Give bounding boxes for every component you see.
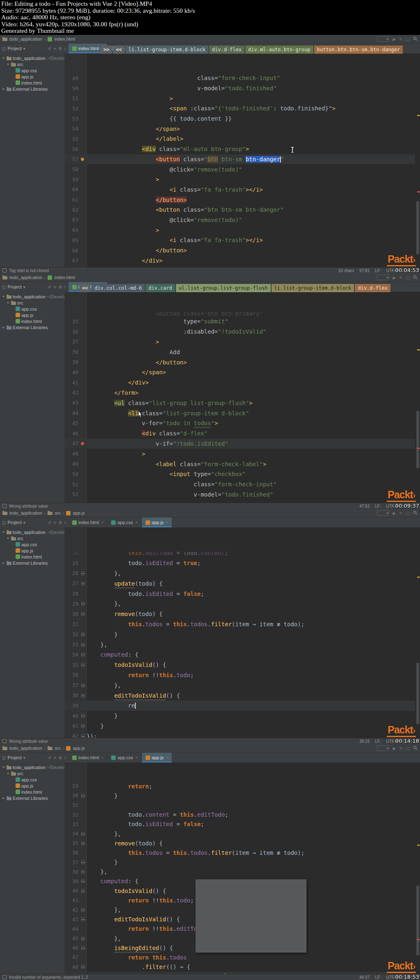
sidebar-item-src[interactable]: ▾src	[0, 61, 64, 67]
breadcrumb-item-src[interactable]: src	[55, 511, 61, 515]
sidebar-item-app.js[interactable]: app.js	[0, 547, 64, 554]
project-tool-icon-1[interactable]: +	[53, 46, 56, 51]
fold-marker-icon[interactable]	[81, 918, 85, 921]
run-icon[interactable]: ▶	[393, 746, 396, 751]
tab-close-icon[interactable]: ×	[135, 756, 137, 760]
fold-marker-icon[interactable]	[81, 632, 85, 636]
breadcrumb-item-app.js[interactable]: app.js	[73, 746, 84, 751]
project-tool-icon-1[interactable]: +	[53, 756, 56, 760]
fold-marker-icon[interactable]	[81, 794, 85, 797]
search-icon[interactable]	[413, 37, 418, 42]
run-icon[interactable]: ▶	[393, 37, 396, 41]
breadcrumb-segment[interactable]: li.list-group-item.d-block	[272, 284, 354, 292]
project-tool-icon-0[interactable]: ↺	[48, 520, 51, 525]
breadcrumb-nav-button[interactable]: <<	[79, 284, 91, 292]
breadcrumb-item-todo_application[interactable]: todo_application	[9, 511, 42, 515]
sidebar-item-app.css[interactable]: app.css	[0, 541, 64, 547]
fold-marker-icon[interactable]	[81, 889, 85, 893]
sidebar-item-index.html[interactable]: index.html	[0, 80, 64, 86]
code-editor[interactable]: 49class="form-check-input"50v-model="tod…	[64, 53, 420, 268]
sidebar-item-app.css[interactable]: app.css	[0, 776, 64, 783]
rerun-icon[interactable]: ↻	[399, 37, 402, 41]
project-tool-icon-1[interactable]: +	[53, 285, 56, 289]
fold-marker-icon[interactable]	[81, 734, 85, 738]
code-editor[interactable]: 24this.editTodo = todo.content;25todo.is…	[64, 527, 420, 738]
fold-marker-icon[interactable]	[81, 832, 85, 836]
tab-app.js[interactable]: app.js×	[142, 753, 173, 762]
sidebar-item-index.html[interactable]: index.html	[0, 789, 64, 795]
sidebar-item-app.css[interactable]: app.css	[0, 306, 64, 312]
fold-marker-icon[interactable]	[81, 714, 85, 718]
fold-marker-icon[interactable]	[81, 841, 85, 845]
run-config-select[interactable]: ▾	[377, 510, 389, 516]
fold-marker-icon[interactable]	[81, 612, 85, 616]
project-tool-icon-2[interactable]: ⚙	[59, 46, 62, 51]
breadcrumb-segment[interactable]: div.d-flex	[209, 46, 244, 54]
sidebar-item-todo_application[interactable]: ▾todo_application ~/Development/todo_a	[0, 529, 64, 535]
run-config-select[interactable]: ▾	[377, 275, 389, 280]
breadcrumb-nav-button[interactable]: <<	[113, 46, 124, 54]
search-icon[interactable]	[413, 511, 418, 516]
fold-marker-icon[interactable]	[81, 683, 85, 687]
sidebar-item-src[interactable]: ▾src	[0, 535, 64, 541]
project-dropdown[interactable]: Project	[7, 755, 21, 760]
breadcrumb-nav-button[interactable]: >>	[100, 46, 112, 54]
run-icon[interactable]: ▶	[393, 275, 396, 280]
sidebar-item-index.html[interactable]: index.html	[0, 554, 64, 560]
fold-marker-icon[interactable]	[81, 582, 85, 585]
scrollbar-thumb[interactable]	[416, 886, 419, 955]
fold-marker-icon[interactable]	[81, 936, 85, 940]
sidebar-item-todo_application[interactable]: ▾todo_application ~/Development/todo_a	[0, 293, 64, 300]
tab-close-icon[interactable]: ×	[135, 520, 137, 524]
run-config-select[interactable]: ▾	[377, 745, 389, 751]
tab-close-icon[interactable]: ×	[166, 520, 168, 524]
rerun-icon[interactable]: ↻	[399, 511, 402, 515]
search-icon[interactable]	[413, 275, 418, 280]
fold-marker-icon[interactable]	[81, 653, 85, 657]
breadcrumb-item-app.js[interactable]: app.js	[73, 511, 84, 515]
breadcrumb-item-todo_application[interactable]: todo_application	[9, 746, 42, 751]
sidebar-item-todo_application[interactable]: ▾todo_application ~/Development/todo_a	[0, 764, 64, 770]
breadcrumb-item-src[interactable]: src	[55, 746, 61, 751]
run-icon[interactable]: ▶	[393, 511, 396, 515]
sidebar-item-app.js[interactable]: app.js	[0, 73, 64, 80]
stop-icon[interactable]: □	[406, 511, 410, 515]
sidebar-item-app.js[interactable]: app.js	[0, 312, 64, 318]
fold-marker-icon[interactable]	[81, 694, 85, 697]
stop-icon[interactable]: □	[406, 746, 410, 751]
project-tool-icon-2[interactable]: ⚙	[59, 285, 62, 289]
tab-close-icon[interactable]: ×	[101, 756, 103, 760]
project-dropdown[interactable]: Project	[7, 520, 21, 525]
project-dropdown[interactable]: Project	[7, 46, 21, 51]
project-tool-icon-0[interactable]: ↺	[48, 46, 51, 51]
autocomplete-popup[interactable]	[196, 879, 306, 953]
search-icon[interactable]	[413, 746, 418, 751]
project-tool-icon-2[interactable]: ⚙	[59, 756, 62, 760]
tab-app.css[interactable]: app.css×	[107, 753, 142, 762]
project-tool-icon-3[interactable]: ⊦	[64, 756, 66, 760]
fold-marker-icon[interactable]	[81, 908, 85, 912]
scrollbar-thumb[interactable]	[416, 201, 419, 254]
sidebar-item-external-libraries[interactable]: ▸External Libraries	[0, 795, 64, 801]
breadcrumb-segment[interactable]: button.btn.btn-sm.btn-danger	[314, 46, 403, 54]
fold-marker-icon[interactable]	[81, 965, 85, 969]
project-tool-icon-0[interactable]: ↺	[48, 285, 51, 289]
breadcrumb-segment[interactable]: div.card	[146, 284, 175, 292]
tab-app.css[interactable]: app.css×	[107, 517, 142, 527]
run-config-select[interactable]: ▾	[377, 36, 389, 42]
breadcrumb-segment[interactable]: ul.list-group.list-group-flush	[176, 284, 271, 292]
tab-close-icon[interactable]: ×	[166, 756, 168, 760]
breadcrumb-segment[interactable]: div.d-flex	[355, 284, 390, 292]
tab-app.js[interactable]: app.js×	[142, 517, 173, 527]
fold-marker-icon[interactable]	[81, 861, 85, 864]
stop-icon[interactable]: □	[406, 37, 410, 41]
sidebar-item-external-libraries[interactable]: ▸External Libraries	[0, 324, 64, 330]
gutter-marker-dot[interactable]	[81, 158, 84, 161]
scrollbar-thumb[interactable]	[416, 411, 419, 468]
project-tool-icon-3[interactable]: ⊦	[64, 520, 66, 525]
sidebar-item-src[interactable]: ▾src	[0, 300, 64, 306]
sidebar-item-app.js[interactable]: app.js	[0, 783, 64, 789]
fold-marker-icon[interactable]	[81, 946, 85, 950]
breadcrumb-segment[interactable]: div.ml-auto.btn-group	[245, 46, 313, 54]
fold-marker-icon[interactable]	[81, 663, 85, 667]
